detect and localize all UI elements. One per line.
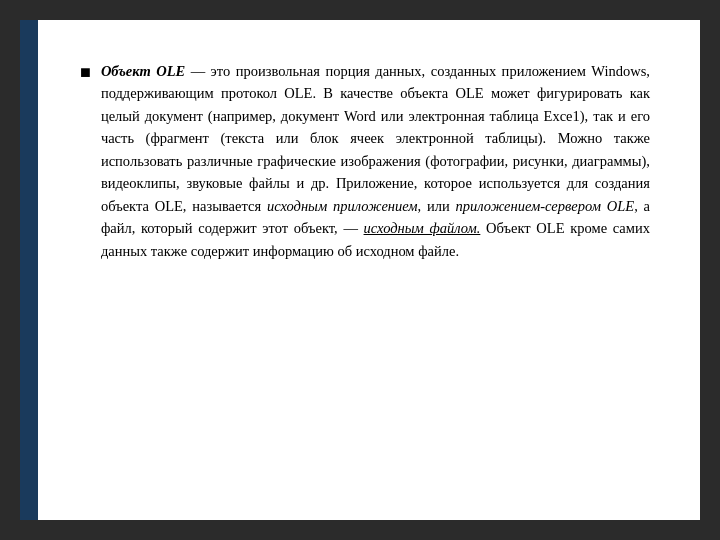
text-source-file: исходным файлом.: [364, 220, 481, 236]
left-accent-bar: [20, 20, 38, 520]
bullet-icon: ■: [80, 62, 91, 83]
text-server-app: приложением-сервером OLE: [456, 198, 635, 214]
text-segment-1: — это произвольная порция данных, создан…: [101, 63, 650, 214]
text-source-app: исходным приложением: [267, 198, 418, 214]
term-ole: Объект OLE: [101, 63, 185, 79]
slide: ■ Объект OLE — это произвольная порция д…: [20, 20, 700, 520]
bullet-section: ■ Объект OLE — это произвольная порция д…: [60, 60, 650, 262]
paragraph-text: Объект OLE — это произвольная порция дан…: [101, 60, 650, 262]
text-segment-2: , или: [418, 198, 456, 214]
